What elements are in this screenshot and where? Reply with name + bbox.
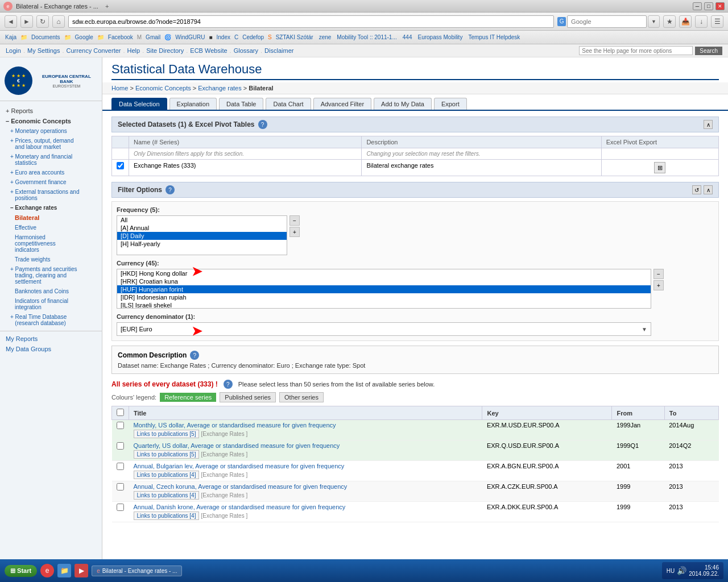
google-search-bar[interactable] (567, 15, 647, 28)
bookmark-europass[interactable]: Europass Mobility (416, 34, 464, 40)
sidebar-my-reports[interactable]: My Reports (0, 334, 102, 344)
filter-help-icon[interactable]: ? (166, 185, 175, 194)
sidebar-exchange-rates[interactable]: – Exchange rates (0, 203, 102, 213)
help-search-input[interactable] (579, 46, 693, 55)
bookmark-tempus[interactable]: Tempus IT Helpdesk (466, 34, 522, 40)
breadcrumb-economic[interactable]: Economic Concepts (135, 85, 191, 92)
tab-explanation[interactable]: Explanation (169, 98, 217, 110)
series-checkbox-1[interactable] (117, 422, 124, 429)
series-pub-link-1[interactable]: Links to publications [5] (134, 430, 200, 438)
help-link[interactable]: Help (127, 47, 140, 54)
tab-add-to-my-data[interactable]: Add to My Data (374, 98, 432, 110)
curr-idr[interactable]: [IDR] Indonesian rupiah (117, 293, 651, 301)
series-link-3[interactable]: Annual, Bulgarian lev, Average or standa… (134, 463, 345, 469)
bookmark-gmail[interactable]: Gmail (144, 34, 162, 40)
bookmark-444[interactable]: 444 (401, 34, 414, 40)
filter-collapse-btn[interactable]: ∧ (704, 185, 713, 194)
series-checkbox-3[interactable] (117, 463, 124, 470)
bookmark-index[interactable]: Index (215, 34, 232, 40)
curr-ils[interactable]: [ILS] Israeli shekel (117, 301, 651, 309)
sidebar-monetary-fin[interactable]: + Monetary and financial statistics (0, 152, 102, 168)
taskbar-ie-icon[interactable]: e (40, 564, 54, 577)
pivot-export-btn[interactable]: ⊞ (654, 162, 665, 173)
sidebar-external[interactable]: + External transactions and positions (0, 187, 102, 203)
legend-published[interactable]: Published series (220, 392, 276, 402)
address-bar[interactable] (68, 15, 554, 28)
freq-minus-btn[interactable]: − (289, 215, 300, 226)
history-btn[interactable]: 📥 (679, 15, 692, 28)
taskbar-folder-icon[interactable]: 📁 (57, 564, 71, 577)
my-settings-link[interactable]: My Settings (27, 47, 60, 54)
disclaimer-link[interactable]: Disclaimer (264, 47, 293, 54)
sidebar-banknotes[interactable]: Banknotes and Coins (0, 286, 102, 296)
freq-daily[interactable]: [D] Daily (117, 232, 287, 240)
datasets-collapse-btn[interactable]: ∧ (704, 120, 713, 129)
series-help-icon[interactable]: ? (224, 380, 233, 389)
glossary-link[interactable]: Glossary (234, 47, 258, 54)
sidebar-reports[interactable]: + Reports (0, 106, 102, 116)
bookmark-google[interactable]: Google (73, 34, 95, 40)
series-checkbox-4[interactable] (117, 483, 124, 490)
curr-minus-btn[interactable]: − (653, 269, 664, 279)
breadcrumb-exchange[interactable]: Exchange rates (198, 85, 241, 92)
help-search-button[interactable]: Search (695, 47, 722, 55)
breadcrumb-home[interactable]: Home (111, 85, 128, 92)
series-checkbox-5[interactable] (117, 504, 124, 511)
curr-huf[interactable]: [HUF] Hungarian forint (117, 285, 651, 293)
series-pub-link-2[interactable]: Links to publications [5] (134, 450, 200, 459)
bookmark-windguru[interactable]: WindGURU (173, 34, 206, 40)
sidebar-trade-weights[interactable]: Trade weights (0, 255, 102, 264)
back-btn[interactable]: ◄ (5, 15, 17, 28)
bookmark-mobility[interactable]: Mobility Tool :: 2011-1... (335, 34, 398, 40)
downloads-btn[interactable]: ↓ (695, 15, 708, 28)
site-directory-link[interactable]: Site Directory (146, 47, 184, 54)
sidebar-indicators-fin[interactable]: Indicators of financialintegration (0, 296, 102, 312)
legend-other[interactable]: Other series (279, 392, 324, 402)
tab-advanced-filter[interactable]: Advanced Filter (313, 98, 371, 110)
filter-refresh-btn[interactable]: ↺ (692, 185, 701, 194)
sidebar-my-data-groups[interactable]: My Data Groups (0, 344, 102, 354)
series-link-4[interactable]: Annual, Czech koruna, Average or standar… (134, 483, 348, 490)
tab-export[interactable]: Export (434, 98, 467, 110)
new-tab-btn[interactable]: + (102, 3, 112, 10)
series-checkbox-2[interactable] (117, 442, 124, 450)
bookmark-sztaki[interactable]: SZTAKI Szótár (274, 34, 315, 40)
frequency-listbox[interactable]: All [A] Annual [D] Daily [H] Half-yearly (117, 215, 287, 255)
currency-converter-link[interactable]: Currency Converter (67, 47, 121, 54)
series-link-5[interactable]: Annual, Danish krone, Average or standar… (134, 504, 346, 510)
series-link-1[interactable]: Monthly, US dollar, Average or standardi… (134, 422, 336, 429)
sidebar-monetary-ops[interactable]: + Monetary operations (0, 126, 102, 136)
sidebar-harmonised[interactable]: Harmonisedcompetitivenessindicators (0, 232, 102, 255)
curr-plus-btn[interactable]: + (653, 280, 664, 290)
sidebar-rtdb[interactable]: + Real Time Database (research database) (0, 312, 102, 328)
freq-plus-btn[interactable]: + (289, 227, 300, 237)
sidebar-bilateral[interactable]: Bilateral (0, 213, 102, 223)
bookmark-cedefop[interactable]: Cedefop (241, 34, 266, 40)
tab-data-selection[interactable]: Data Selection (111, 98, 167, 110)
close-btn[interactable]: ✕ (715, 2, 725, 10)
bookmark-documents[interactable]: Documents (30, 34, 62, 40)
maximize-btn[interactable]: □ (704, 2, 713, 10)
ecb-logo[interactable]: ★ ★ ★ € ★ ★ ★ (5, 66, 32, 95)
sidebar-govt-finance[interactable]: + Government finance (0, 177, 102, 187)
forward-btn[interactable]: ► (20, 15, 33, 28)
series-pub-link-4[interactable]: Links to publications [4] (134, 491, 200, 500)
dataset-checkbox[interactable] (117, 162, 124, 169)
home-btn[interactable]: ⌂ (52, 15, 65, 28)
refresh-btn[interactable]: ↻ (36, 15, 49, 28)
ecb-website-link[interactable]: ECB Website (190, 47, 227, 54)
settings-btn[interactable]: ☰ (711, 15, 723, 28)
login-link[interactable]: Login (6, 47, 21, 54)
tab-data-chart[interactable]: Data Chart (266, 98, 311, 110)
sidebar-payments[interactable]: + Payments and securities trading, clear… (0, 264, 102, 286)
series-pub-link-5[interactable]: Links to publications [4] (134, 512, 200, 520)
minimize-btn[interactable]: ─ (693, 2, 702, 10)
sidebar-prices[interactable]: + Prices, output, demand and labour mark… (0, 136, 102, 152)
taskbar-browser-app[interactable]: e Bilateral - Exchange rates - ... (92, 566, 182, 576)
volume-icon[interactable]: 🔊 (677, 566, 686, 575)
series-link-2[interactable]: Quarterly, US dollar, Average or standar… (134, 442, 340, 449)
bookmark-kaja[interactable]: Kaja (3, 34, 18, 40)
freq-annual[interactable]: [A] Annual (117, 224, 287, 232)
datasets-help-icon[interactable]: ? (258, 120, 267, 129)
sidebar-euro-area[interactable]: + Euro area accounts (0, 168, 102, 177)
